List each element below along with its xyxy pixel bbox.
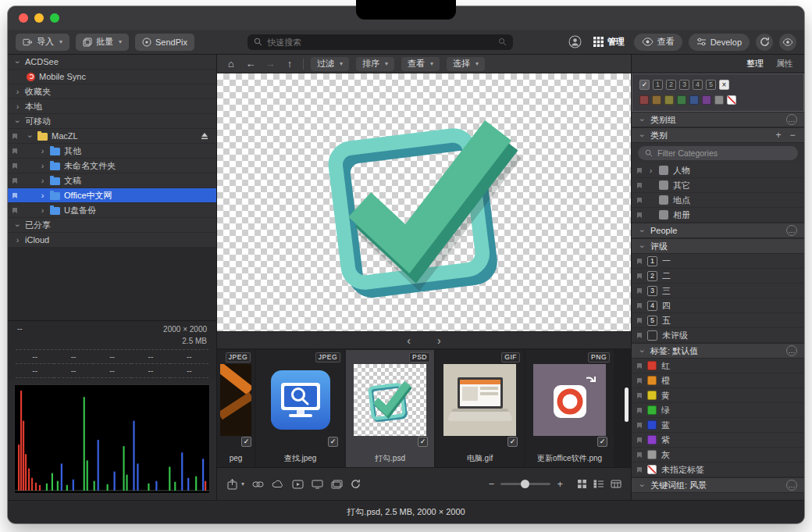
tree-item-usb-backup[interactable]: › U盘备份 [8,203,216,218]
eject-icon[interactable] [201,133,208,140]
zoom-slider[interactable] [500,483,550,485]
more-icon[interactable]: … [786,225,797,236]
rating-2-box[interactable]: 2 [666,80,676,90]
chevron-down-icon[interactable]: › [13,222,22,229]
chevron-right-icon[interactable]: › [39,177,46,185]
rating-item-4[interactable]: 4 四 [632,298,804,313]
chevron-right-icon[interactable]: › [14,102,21,111]
color-label-yellow[interactable] [664,95,674,105]
color-label-purple[interactable] [702,95,711,105]
more-icon[interactable]: … [786,114,797,125]
tree-item-documents[interactable]: › 文稿 [8,173,216,188]
link-button[interactable] [252,481,264,487]
filter-dropdown[interactable]: 过滤 ▾ [311,57,349,71]
thumbnail-checkbox[interactable]: ✓ [508,437,518,447]
rating-4-box[interactable]: 4 [693,80,703,90]
section-people[interactable]: › People … [632,223,804,238]
preview-eye-button[interactable] [779,34,796,51]
tree-item-acdsee[interactable]: › ACDSee [8,55,216,70]
list-view-button[interactable] [593,480,604,488]
forward-icon[interactable]: → [264,59,276,69]
filter-categories-input[interactable] [657,148,791,158]
zoom-out-icon[interactable]: − [489,478,495,490]
home-icon[interactable]: ⌂ [225,59,237,69]
section-categories[interactable]: › 类别 + − [632,127,804,143]
details-view-button[interactable] [611,480,621,488]
chevron-right-icon[interactable]: › [14,87,21,96]
rating-5-box[interactable]: 5 [706,80,716,90]
thumbnail-1[interactable]: JPEG ✓ 查找.jp [256,350,344,467]
next-image-icon[interactable]: › [437,334,441,347]
tree-item-mobile-sync[interactable]: Mobile Sync [8,70,216,84]
filter-categories-field[interactable] [638,146,798,160]
import-button[interactable]: 导入 ▾ [16,34,69,51]
color-label-blue[interactable] [689,95,699,105]
video-button[interactable] [292,480,304,489]
cloud-upload-button[interactable] [272,480,284,488]
category-item-people[interactable]: › 人物 [632,163,804,178]
remove-category-icon[interactable]: − [788,130,797,140]
minimize-button[interactable] [34,13,44,23]
chevron-right-icon[interactable]: › [647,166,654,175]
view-mode-button[interactable]: 查看 [634,34,682,51]
thumbnail-2-selected[interactable]: PSD ✓ 打勾.psd [346,350,434,467]
tree-item-other[interactable]: › 其他 [8,144,216,159]
image-preview[interactable] [217,73,631,331]
zoom-in-icon[interactable]: + [557,478,563,490]
label-item-green[interactable]: 绿 [632,403,804,418]
tree-item-removable[interactable]: › 可移动 [8,114,216,129]
label-item-yellow[interactable]: 黄 [632,388,804,403]
label-item-gray[interactable]: 灰 [632,448,804,462]
chevron-down-icon[interactable]: › [13,118,22,125]
add-category-icon[interactable]: + [774,130,783,140]
chevron-right-icon[interactable]: › [39,191,46,200]
up-icon[interactable]: ↑ [283,59,296,69]
label-item-red[interactable]: 红 [632,359,804,373]
search-input[interactable] [267,37,493,47]
section-ratings[interactable]: › 评级 [632,238,804,254]
thumbnail-4[interactable]: PNG ✓ 更新office软件.png [525,350,614,467]
zoom-slider-knob[interactable] [521,480,529,488]
section-keyword-groups[interactable]: › 关键词组: 风景 … [632,477,804,493]
tree-item-maczl[interactable]: › MacZL [8,129,216,144]
zoom-button[interactable] [50,13,59,23]
tab-organize[interactable]: 整理 [746,58,764,70]
chevron-down-icon[interactable]: › [13,59,22,66]
batch-button[interactable]: 批量 ▾ [76,34,129,51]
color-label-red[interactable] [639,95,649,105]
tree-item-favorites[interactable]: › 收藏夹 [8,84,216,99]
thumbnail-3[interactable]: GIF [436,350,524,467]
color-label-green[interactable] [677,95,686,105]
more-icon[interactable]: … [786,345,797,356]
color-label-none[interactable] [727,95,736,105]
label-item-blue[interactable]: 蓝 [632,418,804,433]
tag-checkbox[interactable]: ✓ [639,80,650,90]
section-category-groups[interactable]: › 类别组 … [632,112,804,127]
chevron-down-icon[interactable]: › [26,133,34,140]
close-button[interactable] [19,13,28,23]
chevron-right-icon[interactable]: › [39,147,46,155]
tree-item-office-selected[interactable]: › Office中文网 [8,188,216,203]
rotate-button[interactable] [351,479,361,489]
saved-search-icon[interactable] [498,37,507,46]
tree-item-local[interactable]: › 本地 [8,99,216,114]
sync-icon-button[interactable] [756,34,773,51]
select-dropdown[interactable]: 选择 ▾ [447,57,485,71]
photos-stack-button[interactable] [331,480,343,489]
tree-item-unnamed-folder[interactable]: › 未命名文件夹 [8,159,216,173]
previous-image-icon[interactable]: ‹ [407,334,411,347]
filmstrip-scrollbar[interactable] [625,387,629,422]
tree-item-icloud[interactable]: › iCloud [8,233,216,248]
chevron-right-icon[interactable]: › [14,236,21,245]
back-icon[interactable]: ← [244,59,257,69]
label-item-orange[interactable]: 橙 [632,373,804,388]
category-item-places[interactable]: › 地点 [632,193,804,208]
share-button[interactable]: ▾ [226,479,244,490]
view-dropdown[interactable]: 查看 ▾ [401,57,440,71]
label-item-purple[interactable]: 紫 [632,433,804,448]
tab-properties[interactable]: 属性 [776,58,793,70]
color-label-gray[interactable] [714,95,724,105]
clear-rating-box[interactable]: × [719,80,729,90]
thumbnail-checkbox[interactable]: ✓ [418,437,428,447]
rating-item-unrated[interactable]: 未评级 [632,328,804,343]
